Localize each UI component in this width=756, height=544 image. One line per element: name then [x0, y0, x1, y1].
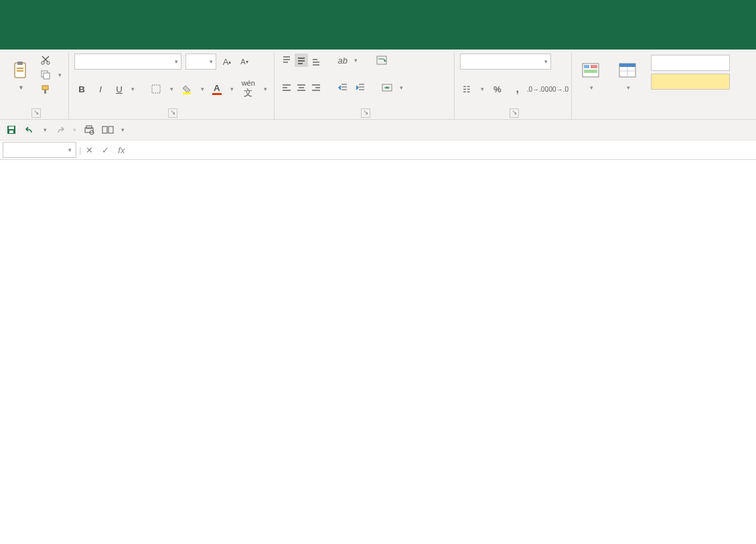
align-center-icon[interactable]: [295, 81, 308, 94]
format-painter-button[interactable]: [39, 83, 62, 96]
style-neutral[interactable]: [651, 74, 730, 90]
svg-rect-43: [619, 64, 635, 67]
merge-center-button[interactable]: ▾: [380, 81, 403, 94]
decrease-decimal-icon[interactable]: .00→.0: [551, 82, 564, 96]
cut-button[interactable]: [39, 54, 62, 67]
wrap-icon: [375, 54, 388, 67]
group-styles: ▾ ▾: [575, 52, 737, 119]
phonetic-button[interactable]: wén文: [238, 82, 259, 96]
svg-rect-52: [102, 126, 107, 133]
cancel-icon[interactable]: ✕: [81, 145, 97, 155]
svg-rect-48: [9, 130, 13, 133]
svg-rect-53: [108, 126, 113, 133]
ribbon: ▼ ▾: [0, 50, 756, 120]
style-normal[interactable]: [651, 55, 730, 71]
svg-rect-3: [17, 70, 23, 72]
svg-rect-8: [42, 86, 48, 90]
redo-icon[interactable]: [54, 124, 66, 136]
decrease-indent-icon[interactable]: [336, 81, 350, 94]
align-middle-icon[interactable]: [295, 54, 308, 67]
font-name-select[interactable]: ▾: [74, 54, 181, 70]
decrease-font-icon[interactable]: A▾: [238, 55, 251, 68]
percent-icon[interactable]: %: [491, 82, 504, 96]
align-right-icon[interactable]: [309, 81, 323, 94]
wrap-text-button[interactable]: [375, 54, 391, 67]
italic-button[interactable]: I: [93, 82, 108, 96]
svg-rect-40: [591, 65, 597, 68]
title-bar: [0, 0, 756, 23]
chevron-down-icon: ▼: [18, 84, 24, 91]
svg-point-4: [42, 62, 44, 64]
svg-rect-10: [152, 85, 160, 93]
format-as-table-button[interactable]: ▾: [609, 54, 647, 98]
svg-rect-39: [584, 65, 589, 68]
merge-icon: [380, 81, 394, 94]
cond-format-icon: [581, 60, 602, 82]
brush-icon: [39, 83, 52, 96]
paste-button[interactable]: ▼: [7, 54, 35, 98]
increase-font-icon[interactable]: A▴: [220, 55, 234, 68]
border-button[interactable]: [147, 82, 165, 96]
print-preview-icon[interactable]: [83, 124, 95, 136]
copy-button[interactable]: ▾: [39, 68, 62, 82]
number-format-select[interactable]: ▾: [460, 54, 551, 70]
orientation-icon[interactable]: ab: [336, 54, 350, 67]
group-alignment: ab▾ ▾ ↘: [277, 52, 455, 119]
comma-icon[interactable]: ,: [511, 82, 524, 96]
font-color-button[interactable]: A: [208, 82, 226, 96]
svg-rect-1: [17, 62, 23, 65]
fill-color-button[interactable]: [177, 82, 196, 96]
svg-rect-11: [183, 92, 191, 94]
table-style-icon: [617, 60, 639, 82]
ribbon-tabs: [0, 23, 756, 50]
svg-rect-2: [17, 68, 23, 69]
save-icon[interactable]: [5, 124, 17, 136]
qat-customize-icon[interactable]: ▾: [121, 126, 125, 133]
dialog-launcher-icon[interactable]: ↘: [510, 108, 519, 118]
conditional-format-button[interactable]: ▾: [577, 54, 605, 98]
dialog-launcher-icon[interactable]: ↘: [361, 108, 370, 118]
increase-decimal-icon[interactable]: .0→.00: [531, 82, 544, 96]
enter-icon[interactable]: ✓: [97, 145, 113, 155]
align-top-icon[interactable]: [280, 54, 293, 67]
name-box[interactable]: ▾: [3, 142, 76, 158]
bold-button[interactable]: B: [74, 82, 89, 96]
svg-rect-47: [9, 126, 14, 129]
group-clipboard: ▼ ▾: [4, 52, 69, 119]
formula-bar: ▾ | ✕ ✓ fx: [0, 141, 756, 160]
quick-access-toolbar: ▾ ▾ ▾: [0, 120, 756, 141]
svg-point-5: [47, 62, 50, 64]
group-number: ▾ ☷▾ % , .0→.00 .00→.0 ↘: [457, 52, 572, 119]
copy-icon: [39, 68, 52, 82]
align-left-icon[interactable]: [280, 81, 293, 94]
underline-button[interactable]: U: [112, 82, 127, 96]
align-bottom-icon[interactable]: [309, 54, 323, 67]
svg-rect-7: [44, 73, 50, 79]
scissors-icon: [39, 54, 52, 67]
svg-rect-9: [44, 90, 46, 94]
fx-icon[interactable]: fx: [113, 145, 129, 155]
dialog-launcher-icon[interactable]: ↘: [168, 108, 177, 118]
clipboard-icon: [10, 60, 31, 82]
font-size-select[interactable]: ▾: [185, 54, 216, 70]
accounting-icon[interactable]: ☷: [460, 82, 473, 96]
undo-icon[interactable]: [24, 124, 36, 136]
group-font: ▾ ▾ A▴ A▾ B I U▾ ▾ ▾ A▾ wén文▾ ↘: [72, 52, 275, 119]
increase-indent-icon[interactable]: [354, 81, 367, 94]
svg-rect-41: [584, 70, 597, 73]
touch-mode-icon[interactable]: [102, 124, 114, 136]
dialog-launcher-icon[interactable]: ↘: [31, 108, 41, 118]
